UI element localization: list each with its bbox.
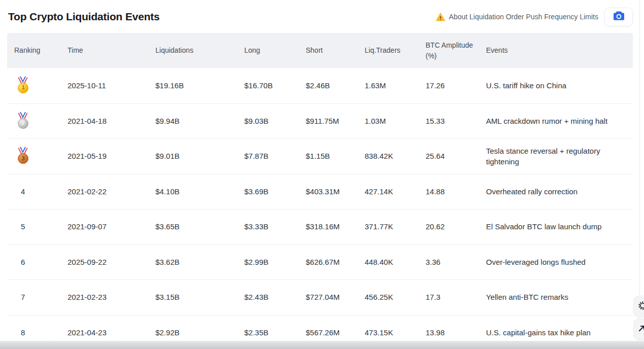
liquidations-cell: $9.94B [155, 116, 244, 127]
liq-traders-cell: 1.03M [365, 116, 426, 127]
short-cell: $567.26M [306, 327, 365, 338]
col-header-ranking: Ranking [7, 45, 68, 55]
liquidations-cell: $3.62B [155, 257, 244, 268]
liquidation-events-table: Ranking Time Liquidations Long Short Liq… [7, 33, 633, 349]
events-cell: El Salvador BTC law launch dump [486, 221, 633, 232]
short-cell: $727.04M [306, 292, 365, 303]
settings-fab-button[interactable] [633, 296, 644, 318]
liq-traders-cell: 456.25K [365, 292, 426, 303]
long-cell: $9.03B [244, 116, 306, 127]
events-cell: AML crackdown rumor + mining halt [486, 116, 633, 127]
liq-traders-cell: 427.14K [365, 186, 426, 197]
long-cell: $2.43B [244, 292, 306, 303]
back-to-top-button[interactable] [633, 319, 644, 340]
long-cell: $7.87B [244, 151, 306, 162]
events-cell: Over-leveraged longs flushed [486, 257, 633, 268]
btc-amplitude-cell: 25.64 [426, 151, 486, 162]
table-row: 7 2021-02-23 $3.15B $2.43B $727.04M 456.… [7, 280, 633, 315]
medal-rank-number: 2 [18, 118, 28, 129]
long-cell: $2.35B [244, 327, 306, 338]
short-cell: $911.75M [306, 116, 365, 127]
short-cell: $2.46B [306, 80, 365, 91]
liq-traders-cell: 473.15K [365, 327, 426, 338]
rank-number: 6 [21, 258, 25, 266]
short-cell: $318.16M [306, 221, 365, 232]
col-header-time: Time [68, 45, 155, 55]
rank-medal-icon: 3 [16, 147, 29, 165]
ranking-cell: 6 [7, 257, 68, 268]
col-header-liq-traders: Liq.Traders [365, 45, 426, 55]
table-row: 1 2025-10-11 $19.16B $16.70B $2.46B 1.63… [7, 68, 633, 103]
time-cell: 2021-09-07 [68, 221, 155, 232]
events-cell: Yellen anti-BTC remarks [486, 292, 633, 303]
ranking-cell: 5 [7, 221, 68, 232]
col-header-liquidations: Liquidations [155, 45, 244, 55]
long-cell: $2.99B [244, 257, 306, 268]
events-cell: U.S. tariff hike on China [486, 80, 633, 91]
ranking-cell: 1 [7, 77, 68, 95]
col-header-events: Events [486, 45, 633, 55]
btc-amplitude-cell: 15.33 [426, 116, 486, 127]
btc-amplitude-cell: 3.36 [426, 257, 486, 268]
table-row: 6 2025-09-22 $3.62B $2.99B $626.67M 448.… [7, 245, 633, 280]
btc-amplitude-cell: 17.3 [426, 292, 486, 303]
time-cell: 2021-02-22 [68, 186, 155, 197]
table-row: 3 2021-05-19 $9.01B $7.87B $1.15B 838.42… [7, 138, 633, 174]
screenshot-button[interactable] [604, 8, 633, 26]
liquidations-cell: $19.16B [155, 80, 244, 91]
page-title: Top Crypto Liquidation Events [8, 11, 159, 23]
gear-icon [637, 300, 644, 313]
long-cell: $3.69B [244, 186, 306, 197]
events-cell: Overheated rally correction [486, 186, 633, 197]
medal-rank-number: 1 [18, 83, 28, 93]
ranking-cell: 8 [7, 327, 68, 338]
arrow-up-icon [637, 324, 644, 336]
short-cell: $1.15B [306, 151, 365, 162]
ranking-cell: 4 [7, 186, 68, 197]
liquidations-cell: $2.92B [155, 327, 244, 338]
short-cell: $626.67M [306, 257, 365, 268]
events-cell: Tesla stance reversal + regulatory tight… [486, 146, 633, 168]
push-frequency-notice[interactable]: About Liquidation Order Push Frequency L… [436, 13, 598, 21]
table-body: 1 2025-10-11 $19.16B $16.70B $2.46B 1.63… [7, 68, 633, 349]
long-cell: $16.70B [244, 80, 306, 91]
ranking-cell: 3 [7, 147, 68, 165]
col-header-short: Short [306, 45, 365, 55]
liq-traders-cell: 371.77K [365, 221, 426, 232]
events-cell: U.S. capital-gains tax hike plan [486, 327, 633, 338]
liquidations-cell: $4.10B [155, 186, 244, 197]
col-header-btc-amplitude: BTC Amplitude (%) [426, 40, 486, 61]
btc-amplitude-cell: 17.26 [426, 80, 486, 91]
rank-medal-icon: 2 [16, 112, 29, 130]
table-row: 4 2021-02-22 $4.10B $3.69B $403.31M 427.… [7, 174, 633, 210]
time-cell: 2025-10-11 [68, 80, 155, 91]
liquidations-cell: $3.15B [155, 292, 244, 303]
warning-triangle-icon [436, 13, 445, 21]
notice-label: About Liquidation Order Push Frequency L… [449, 13, 598, 21]
table-row: 5 2021-09-07 $3.65B $3.33B $318.16M 371.… [7, 209, 633, 245]
ranking-cell: 7 [7, 292, 68, 303]
short-cell: $403.31M [306, 186, 365, 197]
time-cell: 2025-09-22 [68, 257, 155, 268]
rank-number: 7 [21, 293, 25, 301]
camera-icon [613, 11, 625, 23]
liquidation-events-page: Top Crypto Liquidation Events About Liqu… [0, 0, 644, 349]
btc-amplitude-cell: 20.62 [426, 221, 486, 232]
liquidations-cell: $3.65B [155, 221, 244, 232]
medal-rank-number: 3 [18, 153, 28, 164]
long-cell: $3.33B [244, 221, 306, 232]
liquidations-cell: $9.01B [155, 151, 244, 162]
time-cell: 2021-05-19 [68, 151, 155, 162]
rank-medal-icon: 1 [16, 77, 29, 95]
rank-number: 4 [21, 187, 25, 196]
liq-traders-cell: 448.40K [365, 257, 426, 268]
ranking-cell: 2 [7, 112, 68, 130]
table-header-row: Ranking Time Liquidations Long Short Liq… [7, 33, 633, 68]
time-cell: 2021-02-23 [68, 292, 155, 303]
time-cell: 2021-04-23 [68, 327, 155, 338]
rank-number: 8 [21, 328, 25, 337]
btc-amplitude-cell: 13.98 [426, 327, 486, 338]
bottom-scroll-strip[interactable] [0, 341, 644, 349]
right-edge-divider [639, 0, 640, 341]
table-row: 2 2021-04-18 $9.94B $9.03B $911.75M 1.03… [7, 103, 633, 139]
